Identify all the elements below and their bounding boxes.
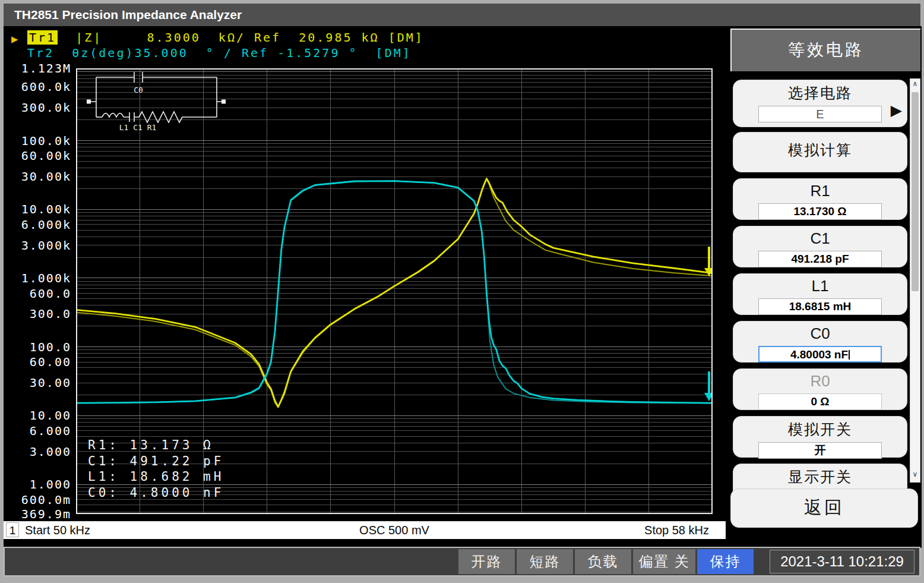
scrollbar-thumb[interactable] [912, 92, 919, 291]
c1-label: C1 [733, 229, 907, 248]
hold-button[interactable]: 保持 [697, 549, 754, 574]
l1-button[interactable]: L1 18.6815 mH [733, 273, 907, 315]
y-axis-tick-label: 1.123M [4, 61, 71, 76]
trace2-readout[interactable]: Tr2 θz(deg)35.000 ° / Ref -1.5279 ° [DM] [27, 45, 412, 61]
y-axis-tick-label: 60.00k [4, 148, 71, 163]
y-axis-tick-label: 600.0 [4, 286, 71, 301]
trace-ref-markers [704, 247, 713, 401]
y-axis-tick-label: 60.00 [4, 354, 71, 370]
select-circuit-label: 选择电路 [733, 83, 907, 103]
y-axis-tick-label: 100.0k [4, 133, 71, 149]
softkey-sidebar: 等效电路 选择电路 E ▶ 模拟计算 R1 13.1730 Ω C1 491.2… [726, 26, 922, 548]
y-axis-tick-label: 30.00 [4, 375, 71, 390]
y-axis-tick-label: 600.0k [4, 79, 71, 94]
plot-area: C0 L1 C1 R1 R1: 13.173 Ω C1: 491.22 pF L… [76, 68, 713, 514]
trace1-badge[interactable]: Tr1 [27, 30, 58, 45]
channel-tab[interactable]: 1 [6, 522, 19, 537]
simulate-calc-label: 模拟计算 [733, 133, 907, 167]
scroll-down-icon[interactable]: ∨ [910, 470, 920, 478]
scroll-up-icon[interactable]: ∧ [910, 80, 920, 88]
simulate-switch-value[interactable]: 开 [758, 442, 882, 459]
c1-button[interactable]: C1 491.218 pF [733, 226, 907, 267]
y-axis-tick-label: 1.000 [4, 477, 71, 492]
y-axis-tick-label: 300.0 [4, 306, 71, 322]
l1-label: L1 [733, 277, 907, 295]
short-correction-button[interactable]: 短路 [517, 549, 573, 574]
r0-label: R0 [733, 372, 907, 390]
y-axis-tick-label: 10.00k [4, 201, 71, 217]
tr2-ref-arrowhead-icon [704, 393, 713, 401]
simulate-switch-button[interactable]: 模拟开关 开 [733, 416, 907, 458]
active-trace-marker-icon: ▶ [11, 31, 18, 46]
clock-display: 2021-3-11 10:21:29 [770, 550, 914, 573]
l1-value-field[interactable]: 18.6815 mH [758, 298, 882, 315]
y-axis-tick-label: 3.000 [4, 444, 71, 459]
c0-button[interactable]: C0 4.80003 nF [733, 321, 907, 363]
c0-value-field[interactable]: 4.80003 nF [758, 346, 882, 363]
display-switch-label: 显示开关 [733, 467, 907, 487]
y-axis-tick-label: 6.000 [4, 423, 71, 439]
y-axis-tick-label: 300.0k [4, 100, 71, 115]
c0-label: C0 [733, 324, 907, 343]
sidebar-scrollbar[interactable]: ∧ ∨ [910, 78, 920, 483]
simulate-calc-button[interactable]: 模拟计算 [733, 132, 907, 172]
fit-result-c0: C0: 4.8000 nF [88, 486, 224, 500]
circuit-terminal-left [87, 100, 91, 104]
load-correction-button[interactable]: 负载 [575, 549, 631, 574]
sweep-scale-strip: 1 Start 50 kHz OSC 500 mV Stop 58 kHz [4, 521, 726, 539]
status-bar: 开路 短路 负载 偏置 关 保持 2021-3-11 10:21:29 [4, 547, 920, 576]
y-axis-tick-label: 369.9m [4, 506, 71, 522]
sidebar-header: 等效电路 [730, 29, 920, 71]
circuit-c0-label: C0 [134, 86, 143, 94]
text-caret [849, 350, 850, 360]
sweep-stop-label: Stop 58 kHz [644, 521, 709, 539]
fit-result-r1: R1: 13.173 Ω [88, 438, 214, 452]
y-axis-tick-label: 3.000k [4, 238, 71, 253]
r1-button[interactable]: R1 13.1730 Ω [733, 178, 907, 220]
circuit-terminal-right [221, 100, 226, 104]
equivalent-circuit-diagram: C0 L1 C1 R1 [76, 68, 242, 137]
circuit-type-value[interactable]: E [758, 106, 882, 122]
window-title-bar: TH2851 Precision Impedance Analyzer [4, 4, 920, 26]
y-axis-tick-label: 100.0 [4, 339, 71, 355]
r1-label: R1 [733, 182, 907, 200]
open-correction-button[interactable]: 开路 [458, 549, 515, 574]
fit-result-c1: C1: 491.22 pF [88, 454, 224, 468]
simulate-switch-label: 模拟开关 [733, 420, 907, 439]
select-circuit-button[interactable]: 选择电路 E ▶ [733, 80, 907, 127]
trace1-values: |Z| 8.3000 kΩ/ Ref 20.985 kΩ [DM] [58, 30, 424, 45]
y-axis-tick-label: 6.000k [4, 217, 71, 232]
trace2-values: Tr2 θz(deg)35.000 ° / Ref -1.5279 ° [DM] [27, 46, 412, 60]
submenu-arrow-icon: ▶ [891, 102, 902, 119]
r1-value-field[interactable]: 13.1730 Ω [758, 203, 882, 220]
display-area: ▶ Tr1 |Z| 8.3000 kΩ/ Ref 20.985 kΩ [DM] … [4, 26, 726, 548]
trace1-readout[interactable]: Tr1 |Z| 8.3000 kΩ/ Ref 20.985 kΩ [DM] [27, 30, 424, 45]
y-axis-tick-label: 30.00k [4, 169, 71, 184]
c0-value-text: 4.80003 nF [790, 348, 848, 361]
r0-value-field[interactable]: 0 Ω [758, 393, 882, 410]
r0-button[interactable]: R0 0 Ω [733, 368, 907, 410]
circuit-series-label: L1 C1 R1 [119, 123, 157, 132]
window-title: TH2851 Precision Impedance Analyzer [14, 8, 242, 21]
c1-value-field[interactable]: 491.218 pF [758, 251, 882, 267]
y-axis-tick-label: 10.00 [4, 408, 71, 423]
osc-level-label: OSC 500 mV [76, 521, 713, 539]
y-axis-tick-label: 1.000k [4, 270, 71, 286]
bias-toggle-button[interactable]: 偏置 关 [633, 549, 695, 574]
back-button[interactable]: 返回 [730, 489, 918, 528]
fit-result-l1: L1: 18.682 mH [88, 469, 224, 484]
y-axis-tick-label: 600.0m [4, 492, 71, 508]
